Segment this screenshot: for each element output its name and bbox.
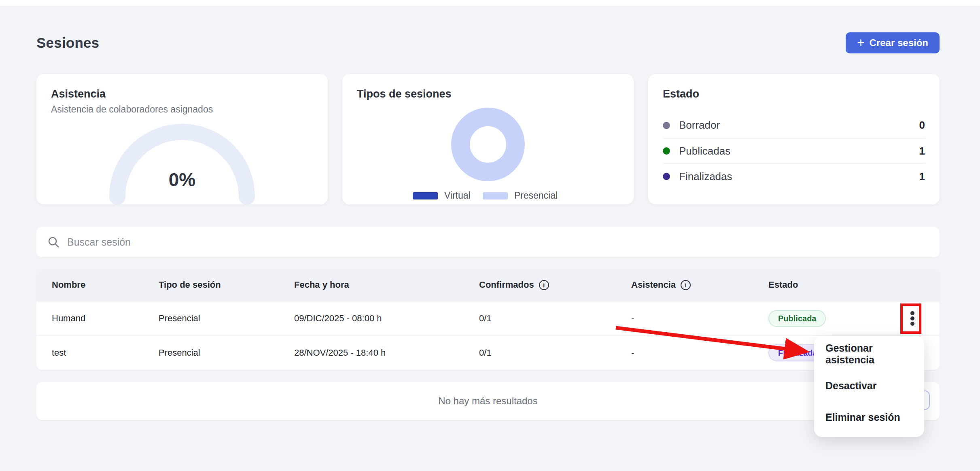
- status-row-finalizadas: Finalizadas 1: [663, 163, 925, 189]
- status-dot-borrador: [663, 122, 670, 129]
- cell-tipo: Presencial: [159, 348, 294, 358]
- create-session-label: Crear sesión: [870, 37, 928, 49]
- page-title: Sesiones: [36, 35, 99, 51]
- stat-cards-row: Asistencia Asistencia de colaboradores a…: [36, 74, 940, 204]
- table-row-humand: Humand Presencial 09/DIC/2025 - 08:00 h …: [36, 301, 940, 335]
- row-context-menu: Gestionar asistencia Desactivar Eliminar…: [814, 336, 924, 437]
- donut-ring: [450, 106, 526, 183]
- status-badge-publicada: Publicada: [768, 310, 826, 327]
- gauge-value: 0%: [169, 169, 195, 191]
- attendance-card: Asistencia Asistencia de colaboradores a…: [36, 74, 328, 204]
- donut-legend: Virtual Presencial: [357, 190, 619, 201]
- column-header-asistencia: Asistencia i: [631, 280, 768, 290]
- search-icon: [47, 236, 60, 248]
- legend-swatch-presencial: [483, 192, 508, 199]
- status-count-borrador: 0: [919, 119, 925, 132]
- info-icon[interactable]: i: [681, 280, 691, 290]
- column-header-nombre: Nombre: [36, 280, 159, 290]
- column-header-tipo: Tipo de sesión: [159, 280, 294, 290]
- search-bar[interactable]: [36, 227, 940, 257]
- menu-item-desactivar[interactable]: Desactivar: [814, 370, 924, 401]
- status-dot-finalizadas: [663, 173, 670, 180]
- cell-confirmados: 0/1: [479, 348, 631, 358]
- cell-confirmados: 0/1: [479, 313, 631, 324]
- status-label-borrador: Borrador: [679, 119, 720, 132]
- search-input[interactable]: [67, 236, 929, 248]
- create-session-button[interactable]: + Crear sesión: [846, 32, 940, 53]
- status-label-finalizadas: Finalizadas: [679, 170, 732, 183]
- info-icon[interactable]: i: [539, 280, 549, 290]
- menu-item-eliminar-sesion[interactable]: Eliminar sesión: [814, 401, 924, 433]
- no-more-results-text: No hay más resultados: [438, 395, 537, 407]
- status-count-publicadas: 1: [919, 145, 925, 157]
- session-types-card: Tipos de sesiones Virtual Presencial: [342, 74, 634, 204]
- menu-item-gestionar-asistencia[interactable]: Gestionar asistencia: [814, 338, 924, 370]
- table-footer: No hay más resultados: [36, 382, 940, 420]
- legend-label-virtual: Virtual: [444, 190, 471, 201]
- cell-nombre: test: [36, 348, 159, 358]
- page-header: Sesiones + Crear sesión: [36, 32, 940, 53]
- status-row-borrador: Borrador 0: [663, 112, 925, 138]
- sessions-page: Sesiones + Crear sesión Asistencia Asist…: [0, 0, 980, 471]
- cell-fecha: 28/NOV/2025 - 18:40 h: [294, 348, 479, 358]
- table-row-test: test Presencial 28/NOV/2025 - 18:40 h 0/…: [36, 335, 940, 370]
- session-types-donut: [450, 106, 526, 185]
- attendance-card-title: Asistencia: [51, 88, 313, 100]
- status-row-publicadas: Publicadas 1: [663, 138, 925, 163]
- status-count-finalizadas: 1: [919, 170, 925, 183]
- status-card: Estado Borrador 0 Publicadas 1 Finali: [648, 74, 940, 204]
- column-header-fecha: Fecha y hora: [294, 280, 479, 290]
- table-header-row: Nombre Tipo de sesión Fecha y hora Confi…: [36, 269, 940, 301]
- cell-asistencia: -: [631, 348, 768, 358]
- annotation-highlight-rectangle: [900, 303, 921, 334]
- cell-fecha: 09/DIC/2025 - 08:00 h: [294, 313, 479, 324]
- column-header-confirmados: Confirmados i: [479, 280, 631, 290]
- top-strip: [0, 0, 980, 6]
- attendance-card-subtitle: Asistencia de colaboradores asignados: [51, 104, 313, 115]
- column-header-estado: Estado: [768, 280, 940, 290]
- legend-swatch-virtual: [413, 192, 438, 199]
- cell-nombre: Humand: [36, 313, 159, 324]
- plus-icon: +: [857, 36, 865, 49]
- status-dot-publicadas: [663, 147, 670, 155]
- cell-asistencia: -: [631, 313, 768, 324]
- cell-tipo: Presencial: [159, 313, 294, 324]
- status-rows: Borrador 0 Publicadas 1 Finalizadas 1: [663, 112, 925, 189]
- session-types-title: Tipos de sesiones: [357, 88, 619, 100]
- attendance-gauge: 0%: [105, 120, 259, 207]
- status-label-publicadas: Publicadas: [679, 145, 730, 157]
- status-card-title: Estado: [663, 88, 925, 100]
- gauge-arc: [105, 120, 259, 207]
- sessions-table: Nombre Tipo de sesión Fecha y hora Confi…: [36, 269, 940, 370]
- legend-label-presencial: Presencial: [514, 190, 558, 201]
